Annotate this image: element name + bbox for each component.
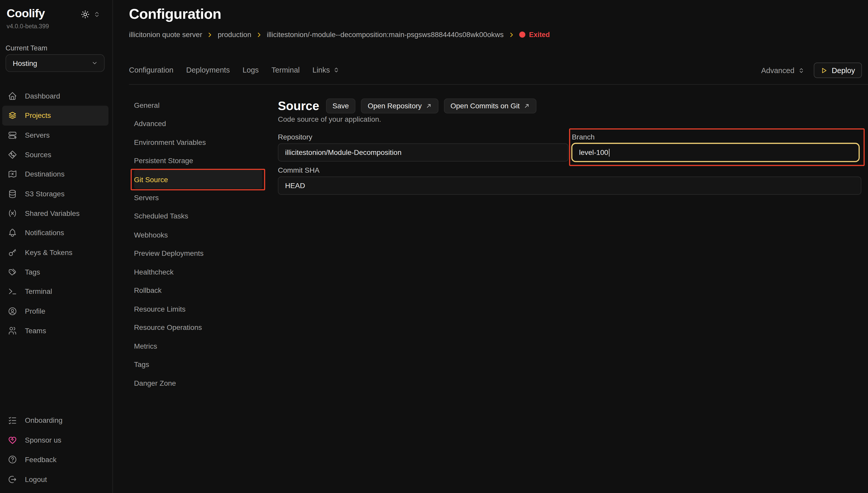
terminal-icon — [8, 287, 17, 296]
sidebar-footer-nav: Onboarding Sponsor us Feedback Logout — [0, 411, 113, 489]
bell-icon — [8, 228, 17, 238]
repository-input[interactable]: illicitestonion/Module-Decomposition — [278, 143, 569, 162]
tab-deployments[interactable]: Deployments — [186, 66, 230, 74]
page-title: Configuration — [129, 6, 221, 23]
sidebar: Coolify v4.0.0-beta.399 Current Team Hos… — [0, 0, 113, 493]
main-content: Configuration illicitonion quote server … — [113, 0, 868, 493]
deploy-button[interactable]: Deploy — [814, 63, 862, 78]
sidebar-item-shared-variables[interactable]: Shared Variables — [0, 203, 113, 223]
text-cursor — [609, 148, 610, 156]
tab-links[interactable]: Links — [313, 66, 340, 74]
subnav-item-preview-deployments[interactable]: Preview Deployments — [134, 244, 262, 263]
branch-input[interactable]: level-100 — [571, 143, 860, 162]
subnav-item-persistent-storage[interactable]: Persistent Storage — [134, 152, 262, 170]
sidebar-item-teams[interactable]: Teams — [0, 321, 113, 340]
chevron-down-icon — [91, 59, 99, 67]
subnav-item-rollback[interactable]: Rollback — [134, 281, 262, 300]
status-dot-icon — [519, 31, 525, 38]
help-circle-icon — [8, 455, 17, 465]
subnav-item-resource-operations[interactable]: Resource Operations — [134, 318, 262, 337]
tab-bar: Configuration Deployments Logs Terminal … — [129, 66, 340, 74]
open-commits-button[interactable]: Open Commits on Git — [444, 99, 536, 113]
breadcrumb-project[interactable]: illicitonion quote server — [129, 30, 202, 39]
key-icon — [8, 248, 17, 257]
sidebar-item-destinations[interactable]: Destinations — [0, 165, 113, 184]
chevron-updown-icon — [798, 67, 805, 74]
save-button[interactable]: Save — [326, 99, 356, 113]
status-badge: Exited — [519, 30, 550, 38]
logout-icon — [8, 475, 17, 484]
sidebar-item-tags[interactable]: Tags — [0, 262, 113, 282]
sidebar-nav: Dashboard Projects Servers Sources Desti… — [0, 86, 113, 340]
source-description: Code source of your application. — [278, 115, 381, 123]
app-version: v4.0.0-beta.399 — [7, 23, 49, 29]
sidebar-item-keys-tokens[interactable]: Keys & Tokens — [0, 243, 113, 262]
git-source-icon — [8, 150, 17, 159]
theme-sun-icon[interactable] — [80, 9, 90, 20]
layers-icon — [8, 111, 17, 121]
sidebar-item-sources[interactable]: Sources — [0, 145, 113, 165]
source-heading: Source — [278, 99, 319, 113]
source-header: Source Save Open Repository Open Commits… — [278, 99, 536, 113]
database-icon — [8, 189, 17, 199]
branch-label: Branch — [572, 133, 595, 141]
external-link-icon — [425, 103, 432, 109]
sidebar-item-feedback[interactable]: Feedback — [0, 450, 113, 469]
coolify-app: Coolify v4.0.0-beta.399 Current Team Hos… — [0, 0, 868, 493]
sidebar-item-terminal[interactable]: Terminal — [0, 282, 113, 301]
tab-configuration[interactable]: Configuration — [129, 66, 173, 74]
team-select-value: Hosting — [13, 59, 37, 67]
chevron-right-icon — [256, 31, 262, 38]
divider — [129, 84, 868, 85]
external-link-icon — [524, 103, 530, 109]
subnav-item-git-source[interactable]: Git Source — [134, 170, 262, 189]
sidebar-item-dashboard[interactable]: Dashboard — [0, 86, 113, 106]
tab-logs[interactable]: Logs — [242, 66, 259, 74]
sidebar-item-s3-storages[interactable]: S3 Storages — [0, 184, 113, 203]
sidebar-item-projects[interactable]: Projects — [2, 106, 109, 125]
user-circle-icon — [8, 306, 17, 316]
status-text: Exited — [529, 30, 550, 38]
current-team-label: Current Team — [6, 44, 47, 52]
repository-label: Repository — [278, 133, 313, 141]
tab-terminal[interactable]: Terminal — [272, 66, 300, 74]
config-subnav: General Advanced Environment Variables P… — [134, 96, 262, 392]
breadcrumb: illicitonion quote server production ill… — [129, 30, 550, 39]
sidebar-item-profile[interactable]: Profile — [0, 301, 113, 321]
variables-icon — [8, 209, 17, 218]
server-icon — [8, 130, 17, 140]
subnav-item-environment-variables[interactable]: Environment Variables — [134, 133, 262, 152]
subnav-item-servers[interactable]: Servers — [134, 189, 262, 207]
subnav-item-general[interactable]: General — [134, 96, 262, 114]
subnav-item-metrics[interactable]: Metrics — [134, 337, 262, 355]
chevron-right-icon — [207, 31, 213, 38]
sidebar-item-onboarding[interactable]: Onboarding — [0, 411, 113, 430]
checklist-icon — [8, 416, 17, 425]
sidebar-item-logout[interactable]: Logout — [0, 470, 113, 489]
subnav-item-healthcheck[interactable]: Healthcheck — [134, 263, 262, 281]
sidebar-item-notifications[interactable]: Notifications — [0, 223, 113, 243]
subnav-item-tags[interactable]: Tags — [134, 355, 262, 373]
breadcrumb-environment[interactable]: production — [218, 30, 252, 39]
chevron-updown-icon — [333, 66, 340, 73]
map-icon — [8, 170, 17, 179]
commit-sha-input[interactable]: HEAD — [278, 176, 862, 195]
theme-select-chevrons-icon[interactable] — [93, 10, 101, 18]
tags-icon — [8, 267, 17, 277]
subnav-item-danger-zone[interactable]: Danger Zone — [134, 373, 262, 392]
open-repository-button[interactable]: Open Repository — [361, 99, 438, 113]
subnav-item-webhooks[interactable]: Webhooks — [134, 226, 262, 244]
breadcrumb-application[interactable]: illicitestonion/-module--decomposition:m… — [267, 30, 504, 39]
users-group-icon — [8, 326, 17, 336]
advanced-dropdown[interactable]: Advanced — [761, 66, 805, 74]
sidebar-item-sponsor-us[interactable]: Sponsor us — [0, 430, 113, 450]
team-select[interactable]: Hosting — [6, 54, 105, 72]
play-icon — [821, 67, 828, 74]
subnav-item-advanced[interactable]: Advanced — [134, 114, 262, 133]
heart-icon — [8, 435, 17, 445]
subnav-item-scheduled-tasks[interactable]: Scheduled Tasks — [134, 207, 262, 226]
app-logo[interactable]: Coolify — [7, 7, 45, 20]
commit-sha-label: Commit SHA — [278, 166, 320, 174]
subnav-item-resource-limits[interactable]: Resource Limits — [134, 300, 262, 318]
sidebar-item-servers[interactable]: Servers — [0, 125, 113, 145]
